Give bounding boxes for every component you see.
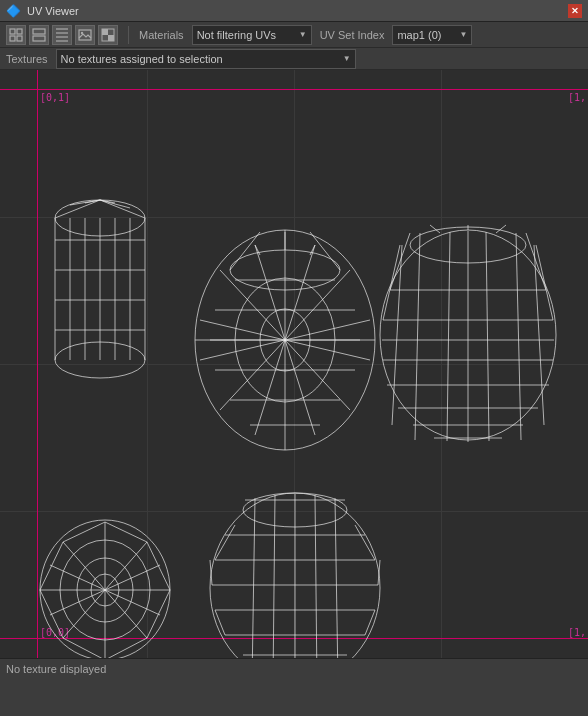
toolbar2: Textures No textures assigned to selecti… — [0, 48, 588, 70]
svg-line-100 — [105, 590, 147, 638]
materials-dropdown[interactable]: Not filtering UVs ▼ — [192, 25, 312, 45]
svg-line-83 — [383, 245, 400, 320]
svg-line-40 — [285, 270, 350, 340]
uv-set-dropdown-arrow: ▼ — [460, 30, 468, 39]
svg-line-74 — [415, 233, 420, 440]
svg-rect-4 — [33, 29, 45, 34]
title-bar-left: 🔷 UV Viewer — [6, 4, 79, 18]
svg-rect-0 — [10, 29, 15, 34]
svg-line-79 — [392, 245, 402, 425]
grid-icon-3[interactable] — [52, 25, 72, 45]
close-button[interactable]: ✕ — [568, 4, 582, 18]
svg-line-109 — [105, 638, 147, 658]
svg-rect-13 — [108, 35, 114, 41]
grid-icon-1[interactable] — [6, 25, 26, 45]
materials-dropdown-arrow: ▼ — [299, 30, 307, 39]
app-icon: 🔷 — [6, 4, 21, 18]
icon-group — [6, 25, 118, 45]
svg-line-77 — [486, 232, 489, 441]
svg-line-39 — [220, 270, 285, 340]
svg-line-50 — [285, 340, 370, 360]
svg-line-44 — [285, 245, 315, 340]
svg-line-98 — [105, 542, 147, 590]
svg-line-86 — [430, 225, 440, 233]
svg-rect-2 — [10, 36, 15, 41]
svg-rect-3 — [17, 36, 22, 41]
svg-line-88 — [496, 225, 506, 233]
svg-line-78 — [516, 233, 521, 440]
materials-label: Materials — [139, 29, 184, 41]
title-bar: 🔷 UV Viewer ✕ — [0, 0, 588, 22]
svg-line-97 — [63, 542, 105, 590]
svg-line-105 — [63, 522, 105, 542]
svg-line-45 — [255, 340, 285, 435]
svg-rect-10 — [79, 30, 91, 40]
toolbar1: Materials Not filtering UVs ▼ UV Set Ind… — [0, 22, 588, 48]
svg-line-126 — [215, 525, 235, 560]
svg-line-112 — [105, 522, 147, 542]
svg-line-61 — [310, 232, 340, 270]
uv-set-label: UV Set Index — [320, 29, 385, 41]
svg-line-84 — [536, 245, 553, 320]
svg-line-127 — [355, 525, 375, 560]
svg-line-75 — [447, 232, 450, 441]
separator-1 — [128, 26, 129, 44]
image-icon[interactable] — [75, 25, 95, 45]
svg-line-122 — [273, 495, 275, 658]
uv-canvas — [0, 70, 588, 658]
svg-line-49 — [285, 320, 370, 340]
svg-line-46 — [285, 340, 315, 435]
svg-line-43 — [255, 245, 285, 340]
svg-line-48 — [200, 340, 285, 360]
svg-line-128 — [215, 610, 225, 635]
status-bar: No texture displayed — [0, 658, 588, 678]
svg-rect-1 — [17, 29, 22, 34]
textures-dropdown-arrow: ▼ — [343, 54, 351, 63]
textures-label: Textures — [6, 53, 48, 65]
svg-line-124 — [315, 495, 317, 658]
svg-line-41 — [220, 340, 285, 410]
svg-line-108 — [63, 638, 105, 658]
svg-line-121 — [252, 498, 255, 658]
uv-set-dropdown[interactable]: map1 (0) ▼ — [392, 25, 472, 45]
svg-line-42 — [285, 340, 350, 410]
svg-line-99 — [63, 590, 105, 638]
grid-icon-2[interactable] — [29, 25, 49, 45]
svg-line-129 — [365, 610, 375, 635]
svg-line-125 — [335, 498, 338, 658]
uv-viewport[interactable]: [0,1] [0,0] [1, [1, — [0, 70, 588, 658]
title-bar-title: UV Viewer — [27, 5, 79, 17]
svg-line-47 — [200, 320, 285, 340]
checker-icon[interactable] — [98, 25, 118, 45]
textures-dropdown[interactable]: No textures assigned to selection ▼ — [56, 49, 356, 69]
svg-line-80 — [534, 245, 544, 425]
svg-rect-12 — [102, 29, 108, 35]
svg-line-60 — [230, 232, 260, 270]
svg-rect-5 — [33, 36, 45, 41]
status-text: No texture displayed — [6, 663, 106, 675]
